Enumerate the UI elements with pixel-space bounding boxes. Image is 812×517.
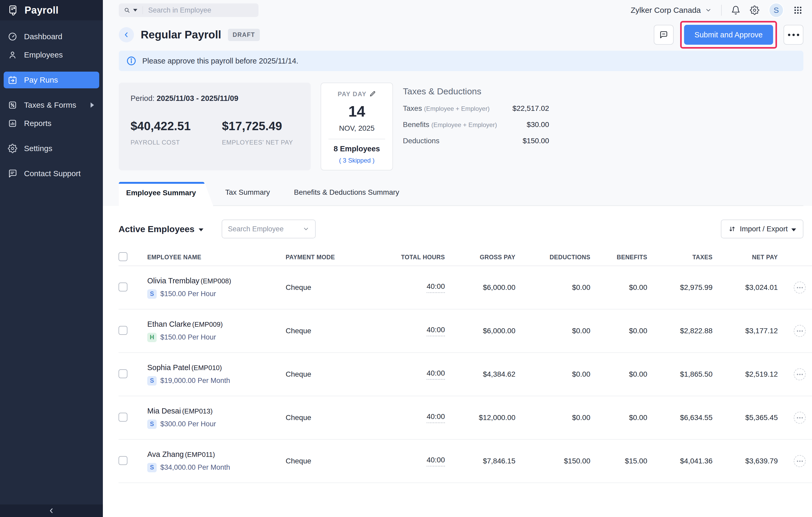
approval-banner-text: Please approve this payroll before 2025/… xyxy=(142,57,298,65)
tab-benefits-deductions-summary[interactable]: Benefits & Deductions Summary xyxy=(282,188,411,206)
employee-search-input[interactable] xyxy=(228,225,302,233)
employee-name[interactable]: Ava Zhang xyxy=(147,450,184,459)
col-benefits: BENEFITS xyxy=(590,254,647,261)
total-hours[interactable]: 40:00 xyxy=(427,456,445,467)
employee-name[interactable]: Mia Desai xyxy=(147,407,181,415)
gross-pay: $7,846.15 xyxy=(445,457,515,465)
employee-name[interactable]: Sophia Patel xyxy=(147,363,190,372)
dashboard-icon xyxy=(8,32,17,41)
comments-button[interactable] xyxy=(654,25,674,45)
sidebar-item-taxes-forms[interactable]: Taxes & Forms xyxy=(4,97,99,113)
benefits-sublabel: (Employee + Employer) xyxy=(431,121,497,128)
deductions-label: Deductions xyxy=(403,137,439,145)
payday-label: PAY DAY xyxy=(338,90,367,98)
search-scope-caret-icon[interactable] xyxy=(133,9,137,11)
select-all-checkbox[interactable] xyxy=(119,252,127,261)
wage-rate: $150.00 Per Hour xyxy=(160,290,216,298)
topbar-right: Zylker Corp Canada S xyxy=(631,3,812,18)
edit-pencil-icon[interactable] xyxy=(369,91,376,98)
col-taxes: TAXES xyxy=(647,254,713,261)
employee-summary-panel: Active Employees Import / Export xyxy=(103,206,812,517)
sidebar-item-employees[interactable]: Employees xyxy=(4,47,99,63)
employee-search-select[interactable] xyxy=(222,220,316,238)
more-actions-button[interactable] xyxy=(784,25,803,45)
global-search[interactable] xyxy=(119,3,259,17)
summary-cards: Period: 2025/11/03 - 2025/11/09 $40,422.… xyxy=(119,83,803,170)
org-switcher[interactable]: Zylker Corp Canada xyxy=(631,6,712,15)
employee-name[interactable]: Ethan Clarke xyxy=(147,320,191,328)
import-export-button[interactable]: Import / Export xyxy=(721,220,803,238)
payment-mode: Cheque xyxy=(286,457,364,465)
taxes-forms-icon xyxy=(8,100,17,110)
taxes-sublabel: (Employee + Employer) xyxy=(424,105,490,112)
benefits: $0.00 xyxy=(590,413,647,422)
avatar[interactable]: S xyxy=(768,3,784,18)
table-row: Ava Zhang (EMP011) S$34,000.00 Per Month… xyxy=(119,440,812,483)
taxes: $2,975.99 xyxy=(647,283,713,292)
total-hours[interactable]: 40:00 xyxy=(427,369,445,380)
app-logo: Payroll xyxy=(0,0,103,20)
period-card: Period: 2025/11/03 - 2025/11/09 $40,422.… xyxy=(119,83,311,170)
taxes-deductions-summary: Taxes & Deductions Taxes (Employee + Emp… xyxy=(403,83,549,170)
row-checkbox[interactable] xyxy=(119,456,127,465)
pay-type-badge: S xyxy=(147,463,157,472)
sidebar-item-pay-runs[interactable]: Pay Runs xyxy=(4,72,99,88)
tab-tax-summary[interactable]: Tax Summary xyxy=(213,188,282,206)
avatar-letter: S xyxy=(774,6,779,15)
gross-pay: $6,000.00 xyxy=(445,327,515,335)
row-checkbox[interactable] xyxy=(119,326,127,335)
total-hours[interactable]: 40:00 xyxy=(427,282,445,293)
divider xyxy=(328,139,385,139)
global-search-input[interactable] xyxy=(148,6,253,15)
row-actions-button[interactable] xyxy=(794,455,806,467)
net-pay: $3,639.79 xyxy=(713,457,778,465)
period-value: 2025/11/03 - 2025/11/09 xyxy=(157,94,238,103)
sidebar-item-settings[interactable]: Settings xyxy=(4,140,99,157)
sidebar-item-contact-support[interactable]: Contact Support xyxy=(4,165,99,182)
col-employee-name: EMPLOYEE NAME xyxy=(147,254,286,261)
wage-rate: $34,000.00 Per Month xyxy=(160,463,230,471)
contact-support-icon xyxy=(8,169,17,178)
employee-filter-dropdown[interactable]: Active Employees xyxy=(119,224,203,234)
approval-banner: Please approve this payroll before 2025/… xyxy=(119,51,803,71)
header-actions: Submit and Approve xyxy=(654,25,803,45)
employee-name[interactable]: Olivia Tremblay xyxy=(147,276,200,285)
net-pay: $5,365.45 xyxy=(713,413,778,422)
sidebar-item-dashboard[interactable]: Dashboard xyxy=(4,28,99,45)
row-actions-button[interactable] xyxy=(794,281,806,294)
taxes-deductions-title: Taxes & Deductions xyxy=(403,86,549,97)
benefits-row: Benefits (Employee + Employer) $30.00 xyxy=(403,120,549,129)
settings-button[interactable] xyxy=(750,5,759,15)
row-checkbox[interactable] xyxy=(119,369,127,378)
row-actions-button[interactable] xyxy=(794,368,806,380)
row-actions-button[interactable] xyxy=(794,412,806,424)
total-hours[interactable]: 40:00 xyxy=(427,412,445,423)
employees-icon xyxy=(8,50,17,60)
total-hours[interactable]: 40:00 xyxy=(427,326,445,336)
skipped-employees-link[interactable]: ( 3 Skipped ) xyxy=(326,157,387,164)
payroll-cost-value: $40,422.51 xyxy=(130,119,209,133)
row-actions-button[interactable] xyxy=(794,325,806,337)
back-chevron-icon xyxy=(123,31,130,38)
tab-employee-summary[interactable]: Employee Summary xyxy=(119,182,213,206)
notifications-button[interactable] xyxy=(731,5,741,15)
employee-table: EMPLOYEE NAME PAYMENT MODE TOTAL HOURS G… xyxy=(119,249,812,483)
pay-type-badge: S xyxy=(147,419,157,429)
submit-and-approve-button[interactable]: Submit and Approve xyxy=(684,25,773,45)
divider xyxy=(721,5,722,16)
sidebar-collapse-button[interactable] xyxy=(0,505,103,517)
apps-grid-button[interactable] xyxy=(793,5,803,15)
deductions: $150.00 xyxy=(515,457,590,465)
divider xyxy=(143,6,143,14)
table-row: Sophia Patel (EMP010) S$19,000.00 Per Mo… xyxy=(119,353,812,396)
taxes-row: Taxes (Employee + Employer) $22,517.02 xyxy=(403,104,549,113)
payday-employee-count: 8 Employees xyxy=(326,144,387,153)
row-checkbox[interactable] xyxy=(119,282,127,292)
taxes-value: $22,517.02 xyxy=(513,104,549,113)
import-export-label: Import / Export xyxy=(740,225,788,233)
net-pay: $3,024.01 xyxy=(713,283,778,292)
sidebar-item-reports[interactable]: Reports xyxy=(4,115,99,132)
benefits: $0.00 xyxy=(590,327,647,335)
row-checkbox[interactable] xyxy=(119,413,127,421)
back-button[interactable] xyxy=(119,27,134,42)
